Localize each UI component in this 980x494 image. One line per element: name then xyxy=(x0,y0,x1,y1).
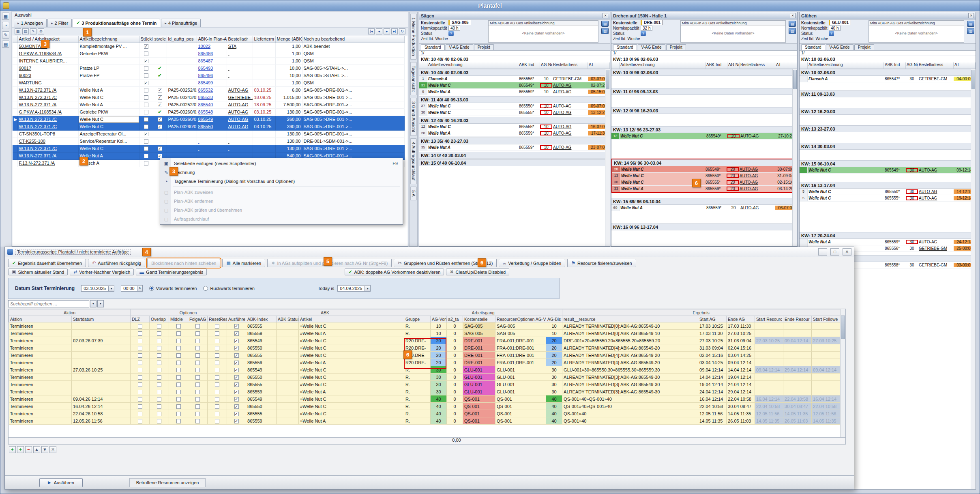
today-date-select[interactable]: 04.09.2025▼ xyxy=(337,285,371,292)
stueckl-checkbox[interactable] xyxy=(144,95,148,100)
option-checkbox[interactable] xyxy=(215,368,219,372)
row-bestelladresse[interactable]: AUTO-AG xyxy=(918,240,954,244)
close-icon[interactable]: ✕ xyxy=(843,248,851,256)
grid-row[interactable]: Terminieren ✓865550 »Welle Nut CR.300GLU… xyxy=(9,374,840,381)
option-checkbox[interactable] xyxy=(176,368,181,372)
ausfuehren-checkbox[interactable]: ✓ xyxy=(234,390,239,394)
panel-scrollbar[interactable] xyxy=(605,69,610,246)
schedule-row[interactable]: 37Welle Nut C865550*10AUTO-AG09-07:00 xyxy=(419,103,610,110)
schedule-row[interactable]: 31Welle Nut C865549*10AUTO-AG02-07:29 xyxy=(419,82,610,89)
before-after-compare-button[interactable]: ⇄Vorher-Nachher Vergleich xyxy=(70,268,134,275)
option-cell[interactable] xyxy=(188,359,208,366)
stueckl-cell[interactable] xyxy=(139,123,153,130)
panel-tab-v-ag-ende[interactable]: V-AG Ende xyxy=(638,44,665,50)
option-checkbox[interactable] xyxy=(157,339,161,343)
kostenstelle-value[interactable]: GLU-001 xyxy=(829,20,851,25)
option-cell[interactable] xyxy=(169,381,188,388)
schedule-row[interactable]: 12Welle Nut C865549*20AUTO-AG27-10:25 xyxy=(611,133,797,140)
stueckl-checkbox[interactable] xyxy=(144,125,148,129)
col-a2-ta[interactable]: a2_ta xyxy=(447,316,463,322)
deactivate-duplicate-ag-button[interactable]: ✔ABK: doppelte AG Vorkommen deaktivieren xyxy=(345,268,444,275)
save-current-state-button[interactable]: ▣Sichern aktueller Stand xyxy=(8,268,68,275)
col-resourcenoptionen-ag-von[interactable]: ResourcenOptionen AG-Von xyxy=(495,316,546,322)
abk-link[interactable]: 865540 xyxy=(197,101,227,108)
ausfuehren-cell[interactable]: ✓ xyxy=(227,322,246,330)
option-cell[interactable] xyxy=(188,403,208,410)
table-row[interactable]: CT-K255-100Service/Reperatur Kol... 130,… xyxy=(13,137,404,145)
scrollbar-thumb[interactable] xyxy=(606,70,609,89)
option-checkbox[interactable] xyxy=(176,382,181,387)
stueckl-checkbox[interactable]: ✓ xyxy=(144,59,148,63)
panel-report-icon[interactable]: ▤ xyxy=(601,21,609,27)
time-spinner-icon[interactable]: ⇅ xyxy=(137,286,142,291)
col-dlz[interactable]: DLZ xyxy=(131,316,150,322)
option-cell[interactable] xyxy=(208,366,227,374)
kostenstelle-value[interactable]: SAG-005 xyxy=(448,20,471,25)
schedule-row[interactable]: 28Welle Nut A865559*10AUTO-AG17-11:30 xyxy=(419,130,610,137)
view-tab-5-a[interactable]: 5 A xyxy=(410,187,417,200)
table-row[interactable]: W.13.N-272.371 /AWelle Nut A ✓PA25-00252… xyxy=(13,101,404,108)
ausfuehren-checkbox[interactable]: ✓ xyxy=(234,382,239,387)
schedule-row[interactable]: 5Welle Nut C865555*30AUTO-AG19-12:14 xyxy=(800,195,976,202)
undo-execute-button[interactable]: ↶Ausführen rückgängig xyxy=(88,259,145,267)
option-checkbox[interactable] xyxy=(138,353,142,358)
option-checkbox[interactable] xyxy=(195,331,200,336)
abk-link[interactable]: 865486 xyxy=(197,50,227,57)
abk-link[interactable]: 865549 xyxy=(197,116,227,123)
stvele-cell[interactable]: ✓ xyxy=(153,116,167,123)
ausfuehren-cell[interactable]: ✓ xyxy=(227,337,246,344)
ausfuehren-checkbox[interactable]: ✓ xyxy=(234,324,239,329)
stvele-cell[interactable]: ✓ xyxy=(153,86,167,94)
row-bestelladresse[interactable]: AUTO-AG xyxy=(739,187,774,191)
option-checkbox[interactable] xyxy=(195,375,200,380)
table-row[interactable]: W.13.N-272.371 /CWelle Nut C ✓ 130,00SAG… xyxy=(13,145,404,152)
mark-all-button[interactable]: ▦Alle markieren xyxy=(222,259,265,267)
option-cell[interactable] xyxy=(208,330,227,337)
option-checkbox[interactable] xyxy=(176,346,181,350)
day-exact-scheduling-menu-item[interactable]: ◔Taggenaue Terminierung (Dialog mit Vors… xyxy=(161,177,402,186)
stvele-cell[interactable] xyxy=(153,79,167,86)
panel-tab-v-ag-ende[interactable]: V-AG Ende xyxy=(446,44,473,50)
tab-3-produktionsaufträge-ohne-termin[interactable]: ✔3 Produktionsaufträge ohne Termin xyxy=(73,19,160,27)
stueckl-checkbox[interactable] xyxy=(144,103,148,107)
tab-4-planaufträge[interactable]: ▸4 Planaufträge xyxy=(161,19,201,27)
view-tab-tagesansicht[interactable]: Tagesansicht xyxy=(410,62,417,95)
stueckl-checkbox[interactable] xyxy=(144,154,148,158)
stueckl-cell[interactable]: ✓ xyxy=(139,130,153,137)
option-checkbox[interactable] xyxy=(138,339,142,343)
stueckl-checkbox[interactable] xyxy=(144,66,148,71)
option-checkbox[interactable] xyxy=(157,404,161,409)
option-checkbox[interactable] xyxy=(157,419,161,423)
stueckl-checkbox[interactable] xyxy=(144,52,148,56)
stueckl-cell[interactable] xyxy=(139,101,153,108)
drawing-menu-item[interactable]: ✎Zeichnung xyxy=(161,168,402,177)
row-bestelladresse[interactable]: GETRIEBE-GM xyxy=(918,77,954,81)
view-tab-1-meine-produktion[interactable]: 1 Meine Produktion xyxy=(410,14,417,60)
stvele-cell[interactable]: ✓ xyxy=(153,101,167,108)
execute-button[interactable]: ▶Ausführen xyxy=(39,478,83,487)
option-checkbox[interactable] xyxy=(176,390,181,394)
schedule-row[interactable]: Welle Nut C865549*30AUTO-AG09-12:14 xyxy=(800,167,976,174)
row-bestelladresse[interactable]: GETRIEBE-GM xyxy=(552,77,588,81)
option-checkbox[interactable] xyxy=(176,339,181,343)
stvele-checkbox[interactable]: ✓ xyxy=(158,103,162,107)
abk-link[interactable]: 865533 xyxy=(197,94,227,101)
start-date-input[interactable]: 03.10.2025▼ xyxy=(81,285,114,292)
stvele-cell[interactable]: ✔ xyxy=(153,64,167,72)
option-cell[interactable] xyxy=(188,381,208,388)
option-checkbox[interactable] xyxy=(195,361,200,365)
ausfuehren-cell[interactable]: ✓ xyxy=(227,352,246,359)
option-checkbox[interactable] xyxy=(176,353,181,358)
option-checkbox[interactable] xyxy=(176,361,181,365)
col-ag-bis[interactable]: AG-Bis xyxy=(546,316,562,322)
panel-tab-projekt[interactable]: Projekt xyxy=(666,44,686,50)
option-cell[interactable] xyxy=(169,395,188,403)
col-middle[interactable]: Middle xyxy=(169,316,188,322)
ausfuehren-checkbox[interactable]: ✓ xyxy=(234,339,239,343)
panel-tab-standard[interactable]: Standard xyxy=(421,44,445,50)
schedule-row[interactable]: 35Welle Nut A865559*10AUTO-AG23-07:00 xyxy=(419,144,610,151)
option-cell[interactable] xyxy=(131,403,150,410)
kostenstelle-value[interactable]: DRE-001 xyxy=(641,20,663,25)
close-icon[interactable]: ✕ xyxy=(603,13,608,18)
row-bestelladresse[interactable]: AUTO-AG xyxy=(739,167,774,172)
